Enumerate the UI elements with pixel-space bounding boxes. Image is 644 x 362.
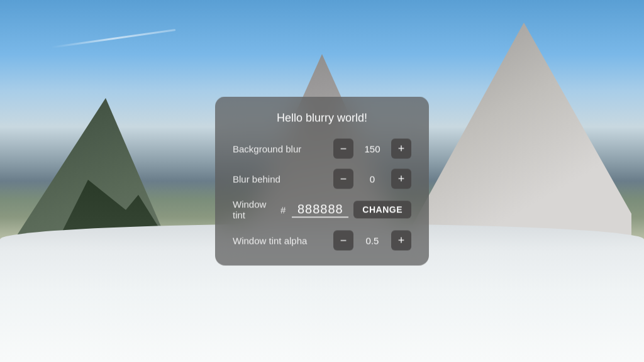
window-tint-row: Window tint # CHANGE <box>233 199 411 221</box>
window-tint-alpha-controls: − 0.5 + <box>333 231 411 251</box>
window-tint-alpha-decrement[interactable]: − <box>333 231 353 251</box>
background-blur-decrement[interactable]: − <box>333 139 353 159</box>
blur-behind-value: 0 <box>358 173 386 184</box>
blur-behind-decrement[interactable]: − <box>333 169 353 189</box>
window-tint-label: Window tint <box>233 199 280 221</box>
window-tint-alpha-row: Window tint alpha − 0.5 + <box>233 231 411 251</box>
window-tint-alpha-label: Window tint alpha <box>233 235 333 246</box>
blur-behind-increment[interactable]: + <box>391 169 411 189</box>
background-blur-value: 150 <box>358 143 386 154</box>
blur-behind-label: Blur behind <box>233 173 333 184</box>
background-blur-label: Background blur <box>233 143 333 154</box>
blur-behind-row: Blur behind − 0 + <box>233 169 411 189</box>
dialog-title: Hello blurry world! <box>233 112 411 125</box>
window-tint-controls: # CHANGE <box>280 201 411 219</box>
window-tint-input[interactable] <box>292 202 348 217</box>
settings-dialog: Hello blurry world! Background blur − 15… <box>215 97 429 266</box>
background-blur-row: Background blur − 150 + <box>233 139 411 159</box>
window-tint-change-button[interactable]: CHANGE <box>353 201 411 219</box>
blur-behind-controls: − 0 + <box>333 169 411 189</box>
window-tint-alpha-value: 0.5 <box>358 235 386 246</box>
window-tint-alpha-increment[interactable]: + <box>391 231 411 251</box>
background-blur-increment[interactable]: + <box>391 139 411 159</box>
tint-hash-symbol: # <box>280 204 286 215</box>
background-blur-controls: − 150 + <box>333 139 411 159</box>
